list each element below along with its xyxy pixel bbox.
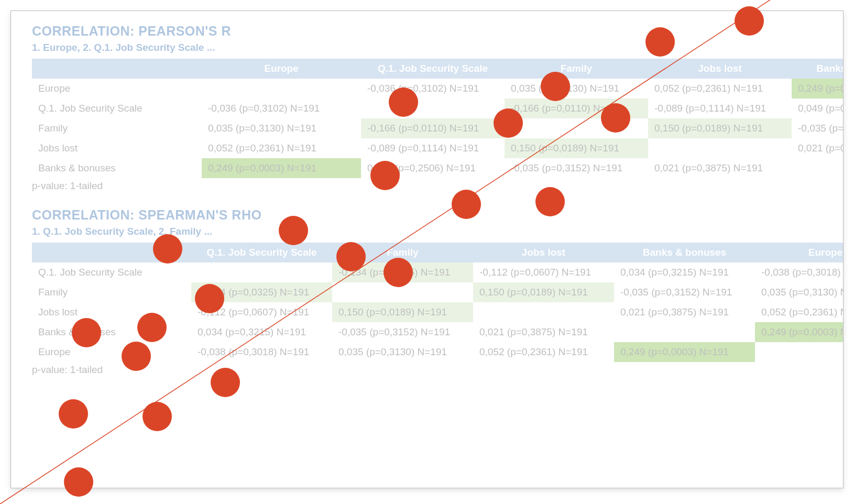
footnote-spearman: p-value: 1-tailed bbox=[32, 364, 822, 376]
table-row: Family0,035 (p=0,3130) N=191-0,166 (p=0,… bbox=[32, 118, 844, 138]
corr-cell: 0,249 (p=0,0003) N=191 bbox=[614, 342, 755, 362]
corr-cell bbox=[755, 342, 844, 362]
section-title-spearman: CORRELATION: SPEARMAN'S RHO bbox=[32, 207, 822, 223]
table-row: Family-0,134 (p=0,0325) N=1910,150 (p=0,… bbox=[32, 282, 844, 302]
corr-cell: -0,036 (p=0,3102) N=191 bbox=[202, 98, 361, 118]
footnote-pearson: p-value: 1-tailed bbox=[32, 180, 822, 192]
section-subtitle-spearman: 1. Q.1. Job Security Scale, 2. Family ..… bbox=[32, 226, 822, 237]
row-label: Family bbox=[32, 118, 202, 138]
corr-cell bbox=[473, 302, 614, 322]
table-row: Banks & bonuses0,034 (p=0,3215) N=191-0,… bbox=[32, 322, 844, 342]
corr-cell: 0,035 (p=0,3130) N=191 bbox=[202, 118, 361, 138]
row-label: Europe bbox=[32, 342, 191, 362]
row-label: Banks & bonuses bbox=[32, 322, 191, 342]
column-header: Banks & bonuses bbox=[614, 243, 755, 262]
table-row: Europe-0,038 (p=0,3018) N=1910,035 (p=0,… bbox=[32, 342, 844, 362]
row-label: Banks & bonuses bbox=[32, 158, 202, 178]
corr-cell: -0,089 (p=0,1114) N=191 bbox=[648, 98, 792, 118]
corr-cell: -0,035 (p=0,3152) N=191 bbox=[332, 322, 473, 342]
corr-cell: -0,035 (p=0,3152) N=191 bbox=[792, 118, 844, 138]
corr-cell: 0,034 (p=0,3215) N=191 bbox=[614, 262, 755, 282]
corr-cell bbox=[792, 158, 844, 178]
corr-cell: -0,035 (p=0,3152) N=191 bbox=[505, 158, 648, 178]
column-header bbox=[32, 243, 191, 262]
corr-cell: 0,021 (p=0,3875) N=191 bbox=[792, 138, 844, 158]
section-title-pearson: CORRELATION: PEARSON'S R bbox=[32, 24, 822, 39]
row-label: Q.1. Job Security Scale bbox=[32, 262, 191, 282]
table-row: Europe-0,036 (p=0,3102) N=1910,035 (p=0,… bbox=[32, 79, 844, 98]
corr-cell: 0,035 (p=0,3130) N=191 bbox=[332, 342, 473, 362]
column-header: Family bbox=[332, 243, 473, 262]
corr-cell: -0,089 (p=0,1114) N=191 bbox=[361, 138, 505, 158]
corr-cell: 0,049 (p=0,2506) N=191 bbox=[792, 98, 844, 118]
column-header: Jobs lost bbox=[473, 243, 614, 262]
corr-cell: 0,249 (p=0,0003) N=191 bbox=[792, 79, 844, 98]
column-header: Europe bbox=[755, 243, 844, 262]
corr-cell: 0,150 (p=0,0189) N=191 bbox=[332, 302, 473, 322]
column-header: Jobs lost bbox=[648, 59, 792, 79]
corr-cell bbox=[361, 98, 505, 118]
corr-cell: -0,166 (p=0,0110) N=191 bbox=[361, 118, 505, 138]
corr-cell bbox=[648, 138, 792, 158]
corr-cell bbox=[505, 118, 648, 138]
corr-cell: -0,038 (p=0,3018) N=191 bbox=[191, 342, 332, 362]
corr-cell: 0,021 (p=0,3875) N=191 bbox=[648, 158, 792, 178]
row-label: Family bbox=[32, 282, 191, 302]
corr-cell bbox=[332, 282, 473, 302]
table-row: Q.1. Job Security Scale-0,036 (p=0,3102)… bbox=[32, 98, 844, 118]
corr-cell: 0,150 (p=0,0189) N=191 bbox=[648, 118, 792, 138]
corr-cell: 0,035 (p=0,3130) N=191 bbox=[505, 79, 648, 98]
corr-cell: 0,035 (p=0,3130) N=191 bbox=[755, 282, 844, 302]
column-header: Q.1. Job Security Scale bbox=[191, 243, 332, 262]
corr-cell: 0,052 (p=0,2361) N=191 bbox=[202, 138, 361, 158]
section-subtitle-pearson: 1. Europe, 2. Q.1. Job Security Scale ..… bbox=[32, 42, 822, 53]
table-row: Q.1. Job Security Scale-0,134 (p=0,0325)… bbox=[32, 262, 844, 282]
column-header: Q.1. Job Security Scale bbox=[361, 59, 505, 79]
table-header-row: Q.1. Job Security ScaleFamilyJobs lostBa… bbox=[32, 243, 844, 262]
corr-cell: 0,021 (p=0,3875) N=191 bbox=[473, 322, 614, 342]
corr-cell: 0,034 (p=0,3215) N=191 bbox=[191, 322, 332, 342]
column-header: Banks & bonuses bbox=[792, 59, 844, 79]
table-row: Banks & bonuses0,249 (p=0,0003) N=1910,0… bbox=[32, 158, 844, 178]
table-row: Jobs lost-0,112 (p=0,0607) N=1910,150 (p… bbox=[32, 302, 844, 322]
corr-cell: -0,166 (p=0,0110) N=191 bbox=[505, 98, 648, 118]
table-row: Jobs lost0,052 (p=0,2361) N=191-0,089 (p… bbox=[32, 138, 844, 158]
corr-cell: -0,038 (p=0,3018) N=191 bbox=[755, 262, 844, 282]
corr-cell: -0,036 (p=0,3102) N=191 bbox=[361, 79, 505, 98]
row-label: Q.1. Job Security Scale bbox=[32, 98, 202, 118]
corr-cell bbox=[191, 262, 332, 282]
corr-cell bbox=[202, 79, 361, 98]
corr-cell: -0,134 (p=0,0325) N=191 bbox=[191, 282, 332, 302]
table-header-row: EuropeQ.1. Job Security ScaleFamilyJobs … bbox=[32, 59, 844, 79]
corr-cell: 0,150 (p=0,0189) N=191 bbox=[473, 282, 614, 302]
spearman-table: Q.1. Job Security ScaleFamilyJobs lostBa… bbox=[32, 243, 844, 362]
corr-cell: 0,150 (p=0,0189) N=191 bbox=[505, 138, 648, 158]
column-header: Family bbox=[505, 59, 648, 79]
corr-cell: 0,249 (p=0,0003) N=191 bbox=[755, 322, 844, 342]
corr-cell: -0,112 (p=0,0607) N=191 bbox=[191, 302, 332, 322]
row-label: Europe bbox=[32, 79, 202, 98]
pearson-table: EuropeQ.1. Job Security ScaleFamilyJobs … bbox=[32, 59, 844, 178]
corr-cell: 0,052 (p=0,2361) N=191 bbox=[473, 342, 614, 362]
row-label: Jobs lost bbox=[32, 302, 191, 322]
corr-cell: 0,021 (p=0,3875) N=191 bbox=[614, 302, 755, 322]
corr-cell: -0,035 (p=0,3152) N=191 bbox=[614, 282, 755, 302]
corr-cell: 0,049 (p=0,2506) N=191 bbox=[361, 158, 505, 178]
corr-cell: 0,249 (p=0,0003) N=191 bbox=[202, 158, 361, 178]
corr-cell bbox=[614, 322, 755, 342]
row-label: Jobs lost bbox=[32, 138, 202, 158]
report-frame: CORRELATION: PEARSON'S R 1. Europe, 2. Q… bbox=[10, 10, 844, 488]
corr-cell: -0,112 (p=0,0607) N=191 bbox=[473, 262, 614, 282]
report-content: CORRELATION: PEARSON'S R 1. Europe, 2. Q… bbox=[11, 24, 843, 376]
corr-cell: -0,134 (p=0,0325) N=191 bbox=[332, 262, 473, 282]
column-header: Europe bbox=[202, 59, 361, 79]
corr-cell: 0,052 (p=0,2361) N=191 bbox=[648, 79, 792, 98]
corr-cell: 0,052 (p=0,2361) N=191 bbox=[755, 302, 844, 322]
column-header bbox=[32, 59, 202, 79]
